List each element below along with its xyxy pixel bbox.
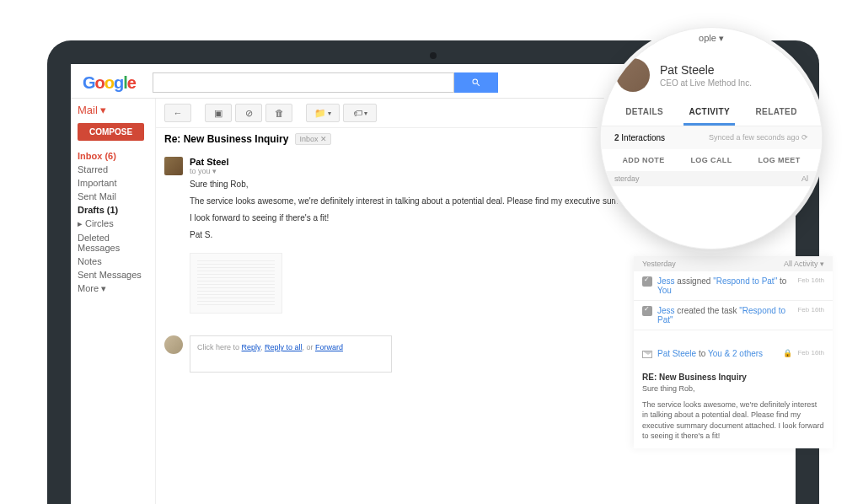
reply-input[interactable]: Click here to Reply, Reply to all, or Fo…	[190, 335, 392, 373]
folder-deleted[interactable]: Deleted Messages	[78, 231, 148, 255]
profile-title: Pat Steele CEO at Live Method Inc.	[660, 63, 752, 88]
sidebar: Mail ▾ COMPOSE Inbox (6) Starred Importa…	[71, 99, 155, 504]
attachment-preview[interactable]	[190, 253, 282, 314]
add-note-button[interactable]: ADD NOTE	[622, 156, 664, 164]
synced-label[interactable]: Synced a few seconds ago ⟳	[709, 133, 808, 142]
activity-date: Feb 16th	[797, 349, 824, 357]
tab-details[interactable]: DETAILS	[620, 100, 668, 126]
camera-dot	[430, 52, 437, 59]
envelope-icon	[642, 351, 652, 358]
tab-activity[interactable]: ACTIVITY	[683, 100, 735, 126]
profile-role: CEO at Live Method Inc.	[660, 78, 752, 88]
search-icon	[471, 78, 481, 88]
log-call-button[interactable]: LOG CALL	[690, 156, 732, 164]
spam-icon: ⊘	[245, 108, 253, 119]
spam-button[interactable]: ⊘	[235, 104, 262, 122]
compose-button[interactable]: COMPOSE	[78, 123, 144, 141]
activity-date: Feb 16th	[797, 306, 824, 314]
activity-date: Feb 16th	[797, 276, 824, 284]
search-input[interactable]	[153, 72, 454, 93]
folder-important[interactable]: Important	[78, 176, 148, 190]
check-icon	[642, 276, 652, 287]
log-meeting-button[interactable]: LOG MEET	[758, 156, 800, 164]
move-button[interactable]: 📁▾	[306, 104, 340, 122]
search-wrap	[153, 72, 498, 93]
google-logo[interactable]: Google	[83, 73, 136, 93]
activity-text: Jess assigned "Respond to Pat" to You	[657, 276, 792, 295]
activity-filter-dropdown[interactable]: All Activity ▾	[784, 260, 824, 268]
tag-icon: 🏷	[353, 108, 362, 118]
profile-tabs: DETAILS ACTIVITY RELATED	[601, 100, 822, 126]
email-preview-body: The service looks awesome, we're definit…	[642, 399, 824, 442]
sender-avatar[interactable]	[164, 157, 183, 175]
archive-icon: ▣	[214, 108, 222, 119]
magnifier-section: sterday Al	[601, 171, 822, 186]
reply-avatar	[164, 335, 183, 354]
check-icon	[642, 306, 652, 316]
folder-sentmail[interactable]: Sent Mail	[78, 190, 148, 203]
inbox-tag[interactable]: Inbox ✕	[295, 133, 331, 145]
activity-text: Pat Steele to You & 2 others	[657, 349, 778, 358]
activity-item-email[interactable]: Pat Steele to You & 2 others 🔒 Feb 16th	[634, 344, 833, 363]
folder-starred[interactable]: Starred	[78, 163, 148, 176]
magnifier: ople ▾ Pat Steele CEO at Live Method Inc…	[600, 27, 823, 249]
email-preview-line1: Sure thing Rob,	[642, 383, 824, 394]
section-label-yesterday: Yesterday All Activity ▾	[634, 256, 833, 271]
labels-button[interactable]: 🏷▾	[343, 104, 377, 122]
search-button[interactable]	[454, 72, 498, 93]
crm-panel: Yesterday All Activity ▾ Jess assigned "…	[634, 256, 833, 448]
folder-drafts[interactable]: Drafts (1)	[78, 203, 148, 217]
folder-more[interactable]: More ▾	[78, 281, 148, 296]
mail-dropdown[interactable]: Mail ▾	[78, 104, 148, 116]
action-row: ADD NOTE LOG CALL LOG MEET	[601, 149, 822, 171]
folder-sentmessages[interactable]: Sent Messages	[78, 268, 148, 281]
email-subject: Re: New Business Inquiry	[164, 133, 288, 145]
people-dropdown[interactable]: ople ▾	[699, 33, 724, 44]
email-preview-subject: RE: New Business Inquiry	[642, 373, 824, 382]
activity-email-preview[interactable]: RE: New Business Inquiry Sure thing Rob,…	[634, 363, 833, 448]
reply-all-link[interactable]: Reply to all	[265, 343, 303, 351]
profile-name: Pat Steele	[660, 63, 752, 77]
folder-inbox[interactable]: Inbox (6)	[78, 149, 148, 163]
archive-button[interactable]: ▣	[205, 104, 232, 122]
folder-icon: 📁	[314, 108, 326, 119]
back-button[interactable]: ←	[164, 104, 191, 122]
interactions-row: 2 Interactions Synced a few seconds ago …	[601, 126, 822, 149]
forward-link[interactable]: Forward	[315, 343, 343, 351]
interactions-count: 2 Interactions	[614, 133, 665, 142]
trash-icon: 🗑	[275, 108, 284, 118]
folder-notes[interactable]: Notes	[78, 255, 148, 268]
folder-circles[interactable]: ▸ Circles	[78, 217, 148, 231]
activity-text: Jess created the task "Respond to Pat"	[657, 306, 792, 324]
lock-icon: 🔒	[783, 349, 792, 357]
reply-link[interactable]: Reply	[242, 343, 260, 351]
delete-button[interactable]: 🗑	[265, 104, 292, 122]
activity-item-assigned[interactable]: Jess assigned "Respond to Pat" to You Fe…	[634, 271, 833, 301]
tab-related[interactable]: RELATED	[751, 100, 802, 126]
activity-item-created[interactable]: Jess created the task "Respond to Pat" F…	[634, 301, 833, 330]
profile-row: Pat Steele CEO at Live Method Inc.	[601, 53, 822, 100]
